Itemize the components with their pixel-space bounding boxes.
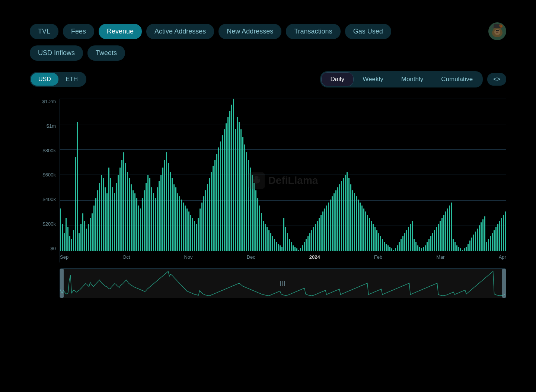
- chart-bar[interactable]: [501, 218, 502, 251]
- mini-chart[interactable]: |||: [60, 268, 506, 298]
- chart-bar[interactable]: [401, 239, 402, 251]
- chart-bar[interactable]: [387, 245, 389, 251]
- chart-bar[interactable]: [302, 245, 303, 251]
- chart-bar[interactable]: [201, 203, 202, 251]
- chart-bar[interactable]: [255, 190, 256, 251]
- tab-new-addresses[interactable]: New Addresses: [218, 24, 281, 39]
- chart-bar[interactable]: [205, 190, 206, 251]
- chart-bar[interactable]: [93, 205, 95, 251]
- chart-bar[interactable]: [194, 221, 195, 251]
- chart-bar[interactable]: [106, 193, 108, 251]
- chart-bar[interactable]: [80, 224, 82, 251]
- chart-bar[interactable]: [110, 178, 111, 251]
- chart-bar[interactable]: [341, 181, 342, 251]
- chart-bar[interactable]: [127, 172, 128, 251]
- chart-bar[interactable]: [391, 248, 392, 251]
- chart-bar[interactable]: [103, 178, 104, 251]
- chart-bar[interactable]: [82, 213, 83, 252]
- chart-bar[interactable]: [451, 203, 452, 251]
- chart-bar[interactable]: [142, 198, 143, 252]
- chart-bar[interactable]: [144, 190, 145, 251]
- chart-bar[interactable]: [200, 208, 201, 251]
- chart-bar[interactable]: [307, 236, 309, 251]
- chart-bar[interactable]: [469, 240, 470, 251]
- chart-bar[interactable]: [294, 247, 296, 251]
- chart-bar[interactable]: [239, 122, 240, 252]
- chart-bar[interactable]: [427, 242, 428, 251]
- chart-bar[interactable]: [423, 247, 424, 251]
- chart-bar[interactable]: [222, 135, 223, 251]
- chart-bar[interactable]: [179, 196, 180, 251]
- period-monthly-button[interactable]: Monthly: [392, 72, 433, 86]
- chart-bar[interactable]: [443, 215, 444, 251]
- chart-bar[interactable]: [105, 187, 106, 251]
- chart-bar[interactable]: [486, 242, 487, 251]
- chart-bar[interactable]: [79, 233, 80, 251]
- chart-bar[interactable]: [224, 129, 225, 251]
- chart-bar[interactable]: [456, 245, 457, 251]
- tab-gas-used[interactable]: Gas Used: [345, 24, 391, 39]
- chart-bar[interactable]: [492, 233, 493, 251]
- chart-bar[interactable]: [226, 123, 227, 251]
- chart-bar[interactable]: [229, 111, 230, 251]
- chart-bar[interactable]: [339, 184, 340, 251]
- nav-arrows-button[interactable]: <>: [487, 73, 506, 86]
- chart-bar[interactable]: [367, 215, 368, 251]
- chart-bar[interactable]: [484, 216, 485, 251]
- chart-bar[interactable]: [213, 166, 214, 251]
- chart-bar[interactable]: [281, 247, 283, 251]
- chart-bar[interactable]: [92, 213, 93, 252]
- chart-bar[interactable]: [415, 242, 417, 251]
- chart-bar[interactable]: [378, 233, 379, 251]
- chart-bar[interactable]: [131, 184, 132, 251]
- chart-bar[interactable]: [410, 224, 411, 251]
- chart-bar[interactable]: [172, 178, 173, 251]
- chart-bar[interactable]: [324, 208, 325, 251]
- chart-bar[interactable]: [360, 203, 361, 251]
- chart-bar[interactable]: [101, 175, 102, 251]
- chart-bar[interactable]: [434, 230, 435, 251]
- chart-bar[interactable]: [406, 230, 407, 251]
- chart-bar[interactable]: [203, 196, 204, 251]
- chart-bar[interactable]: [263, 221, 264, 251]
- chart-bar[interactable]: [67, 227, 68, 251]
- chart-bar[interactable]: [108, 168, 109, 252]
- chart-bar[interactable]: [183, 203, 184, 251]
- chart-bar[interactable]: [95, 198, 96, 252]
- chart-bar[interactable]: [404, 233, 405, 251]
- chart-bar[interactable]: [118, 175, 119, 251]
- chart-bar[interactable]: [168, 163, 169, 251]
- chart-bar[interactable]: [293, 245, 294, 251]
- chart-bar[interactable]: [188, 211, 189, 251]
- chart-bar[interactable]: [99, 183, 100, 252]
- chart-bar[interactable]: [170, 172, 171, 251]
- chart-bar[interactable]: [237, 117, 238, 251]
- chart-bar[interactable]: [361, 205, 363, 251]
- tab-transactions[interactable]: Transactions: [286, 24, 340, 39]
- chart-bar[interactable]: [227, 117, 229, 251]
- chart-bar[interactable]: [449, 205, 450, 251]
- chart-bar[interactable]: [233, 99, 234, 251]
- chart-bar[interactable]: [216, 154, 217, 251]
- chart-bar[interactable]: [75, 157, 76, 251]
- chart-bar[interactable]: [313, 227, 314, 251]
- chart-bar[interactable]: [71, 239, 72, 251]
- chart-bar[interactable]: [386, 244, 387, 252]
- chart-bar[interactable]: [384, 242, 385, 251]
- chart-bar[interactable]: [248, 160, 249, 251]
- chart-bar[interactable]: [337, 187, 338, 251]
- chart-bar[interactable]: [376, 230, 377, 251]
- chart-bar[interactable]: [332, 196, 333, 251]
- chart-bar[interactable]: [90, 218, 91, 251]
- chart-bar[interactable]: [64, 233, 65, 251]
- chart-bar[interactable]: [62, 224, 63, 251]
- mini-handle-right[interactable]: [502, 269, 506, 298]
- chart-bar[interactable]: [175, 187, 176, 251]
- chart-bar[interactable]: [207, 184, 208, 251]
- chart-bar[interactable]: [490, 236, 491, 251]
- chart-bar[interactable]: [250, 168, 251, 252]
- chart-bar[interactable]: [291, 242, 292, 251]
- chart-bar[interactable]: [198, 218, 199, 251]
- chart-bar[interactable]: [330, 200, 331, 251]
- chart-bar[interactable]: [464, 248, 465, 251]
